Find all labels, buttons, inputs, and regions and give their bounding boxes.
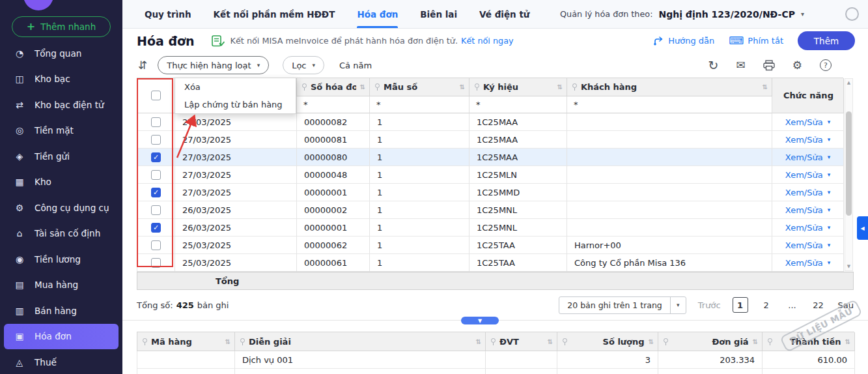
view-edit-button[interactable]: Xem/Sửa▾ — [785, 188, 830, 197]
batch-menu-item-1[interactable]: Xóa — [175, 78, 296, 96]
column-header-unit[interactable]: ĐVT ⇅ — [486, 332, 557, 351]
connect-now-link[interactable]: Kết nối ngay — [461, 36, 514, 46]
expand-panel-tab[interactable]: ◀ — [857, 216, 868, 240]
filter-cell-customer[interactable]: * — [567, 96, 772, 113]
row-checkbox[interactable] — [151, 170, 161, 180]
page-size-select[interactable]: 20 bản ghi trên 1 trang ▾ — [559, 296, 686, 314]
select-all-checkbox[interactable] — [151, 91, 161, 100]
filter-cell-form-no[interactable]: * — [370, 96, 469, 113]
batch-actions-button[interactable]: Thực hiện hàng loạt ▾ — [158, 56, 269, 74]
scroll-up-icon[interactable]: ▲ — [845, 80, 852, 85]
sort-sync-icon[interactable]: ⇵ — [138, 59, 147, 72]
form-number-cell: 1 — [370, 149, 469, 166]
view-edit-button[interactable]: Xem/Sửa▾ — [785, 240, 830, 250]
tab-2[interactable]: Kết nối phần mềm HĐĐT — [214, 0, 335, 28]
pin-icon — [240, 338, 245, 343]
column-header-invoice-no[interactable]: Số hóa đơn ⇅ — [297, 78, 370, 96]
form-number-cell: 1 — [370, 219, 469, 237]
tab-4[interactable]: Biên lai — [420, 0, 457, 28]
guide-button[interactable]: Hướng dẫn — [653, 36, 714, 46]
sort-icon[interactable]: ⇅ — [753, 338, 758, 345]
tab-3[interactable]: Hóa đơn — [357, 0, 398, 28]
sort-icon[interactable]: ⇅ — [476, 338, 481, 345]
add-invoice-button[interactable]: Thêm — [798, 31, 855, 50]
sidebar-item-deposit[interactable]: ◈Tiền gửi — [0, 143, 122, 169]
sort-icon[interactable]: ⇅ — [460, 83, 465, 91]
email-icon[interactable]: ✉ — [736, 59, 746, 72]
sort-icon[interactable]: ⇅ — [360, 83, 365, 91]
filter-cell-invoice-no[interactable]: * — [297, 96, 370, 113]
chevron-down-icon[interactable]: ▾ — [801, 10, 804, 18]
page-button-1[interactable]: 1 — [733, 297, 748, 313]
row-checkbox[interactable] — [151, 135, 161, 145]
sidebar-item-cash[interactable]: ◎Tiền mặt — [0, 118, 122, 144]
view-edit-button[interactable]: Xem/Sửa▾ — [785, 205, 830, 215]
help-icon[interactable]: ? — [820, 59, 832, 71]
sort-icon[interactable]: ⇅ — [548, 338, 553, 345]
chevron-down-icon: ▾ — [313, 62, 316, 68]
collapse-detail-button[interactable]: ▼ — [461, 317, 499, 324]
batch-menu-item-2[interactable]: Lập chứng từ bán hàng — [175, 96, 296, 113]
fixed-asset-icon: ⌂ — [13, 228, 26, 238]
page-button-2[interactable]: 2 — [759, 297, 774, 313]
view-edit-button[interactable]: Xem/Sửa▾ — [785, 170, 830, 180]
sidebar-item-tax[interactable]: ◬Thuế — [0, 349, 122, 374]
view-edit-button[interactable]: Xem/Sửa▾ — [785, 117, 830, 127]
sort-icon[interactable]: ⇅ — [763, 83, 768, 91]
sort-icon[interactable]: ⇅ — [649, 338, 654, 345]
tab-5[interactable]: Vé điện tử — [479, 0, 529, 28]
scroll-down-icon[interactable]: ▼ — [845, 264, 852, 269]
column-header-form-no[interactable]: Mẫu số ⇅ — [370, 78, 469, 96]
column-header-customer[interactable]: Khách hàng ⇅ — [567, 78, 772, 96]
sidebar-item-e-treasury[interactable]: ⇄Kho bạc điện tử — [0, 92, 122, 118]
row-checkbox[interactable] — [151, 205, 161, 215]
invoice-detail-table: Mã hàng ⇅ Diễn giải ⇅ ĐVT ⇅ Số lượng ⇅ — [137, 332, 854, 374]
decree-selector[interactable]: Nghị định 123/2020/NĐ-CP — [658, 9, 794, 20]
shortcut-button[interactable]: ⌨ Phím tắt — [729, 36, 783, 46]
row-checkbox[interactable] — [151, 117, 161, 127]
view-edit-button[interactable]: Xem/Sửa▾ — [785, 258, 830, 268]
sidebar-item-treasury[interactable]: ◫Kho bạc — [0, 66, 122, 93]
sidebar-item-sales[interactable]: ▥Bán hàng — [0, 298, 122, 324]
sort-icon[interactable]: ⇅ — [225, 338, 231, 345]
row-checkbox[interactable] — [151, 258, 161, 268]
column-header-description[interactable]: Diễn giải ⇅ — [235, 332, 486, 351]
invoice-date-cell: 26/03/2025 — [175, 219, 297, 237]
view-edit-button[interactable]: Xem/Sửa▾ — [785, 223, 830, 233]
tab-1[interactable]: Quy trình — [145, 0, 191, 28]
sidebar-item-tools[interactable]: ⚙Công cụ dụng cụ — [0, 195, 122, 221]
row-checkbox[interactable] — [151, 188, 161, 197]
view-edit-button[interactable]: Xem/Sửa▾ — [785, 135, 830, 145]
prev-page-button[interactable]: Trước — [698, 300, 721, 310]
column-header-item-code[interactable]: Mã hàng ⇅ — [137, 332, 235, 351]
sidebar-item-overview[interactable]: ◔Tổng quan — [0, 40, 122, 66]
sort-icon[interactable]: ⇅ — [845, 338, 850, 345]
column-header-unit-price[interactable]: Đơn giá ⇅ — [658, 332, 763, 351]
row-checkbox[interactable] — [151, 152, 161, 162]
refresh-icon[interactable]: ↻ — [708, 58, 719, 72]
column-header-symbol[interactable]: Ký hiệu ⇅ — [469, 78, 567, 96]
sidebar-item-fixed-asset[interactable]: ⌂Tài sản cố định — [0, 221, 122, 247]
sidebar-item-invoice[interactable]: ▣Hóa đơn — [4, 324, 119, 350]
settings-gear-icon[interactable]: ⚙ — [792, 59, 802, 72]
support-icon[interactable] — [845, 7, 859, 21]
printer-icon[interactable] — [763, 60, 775, 71]
vertical-scrollbar[interactable]: ▲ ▼ — [845, 78, 853, 271]
filter-button[interactable]: Lọc ▾ — [283, 56, 324, 74]
actions-cell: Xem/Sửa▾ — [772, 219, 844, 237]
row-select-cell — [137, 237, 175, 254]
column-header-quantity[interactable]: Số lượng ⇅ — [557, 332, 658, 351]
row-checkbox[interactable] — [151, 223, 161, 233]
page-button-22[interactable]: 22 — [811, 297, 826, 313]
sidebar-item-warehouse[interactable]: ▦Kho — [0, 169, 122, 195]
quick-add-button[interactable]: + Thêm nhanh — [12, 16, 111, 37]
row-checkbox[interactable] — [151, 240, 161, 250]
sort-icon[interactable]: ⇅ — [557, 83, 563, 91]
customer-cell — [567, 219, 772, 237]
view-edit-button[interactable]: Xem/Sửa▾ — [785, 152, 830, 162]
symbol-cell: 1C25MLN — [469, 166, 567, 184]
sidebar-item-purchasing[interactable]: ▤Mua hàng — [0, 272, 122, 298]
sidebar-item-payroll[interactable]: ◉Tiền lương — [0, 246, 122, 272]
filter-cell-symbol[interactable]: * — [469, 96, 567, 113]
scrollbar-thumb[interactable] — [846, 111, 852, 216]
